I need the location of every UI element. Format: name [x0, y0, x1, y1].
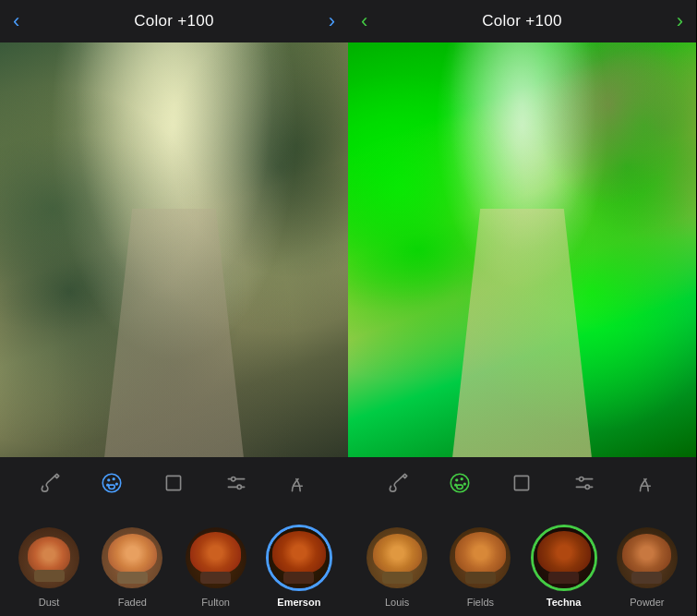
adjust-tool[interactable] [220, 466, 253, 500]
filter-dust[interactable]: Dust [16, 525, 82, 608]
left-forward-arrow[interactable]: › [329, 9, 335, 33]
left-toolbar [0, 457, 348, 509]
left-header: ‹ Color +100 › [0, 0, 348, 42]
right-script-tool[interactable] [630, 466, 663, 500]
filter-label-dust: Dust [39, 597, 60, 608]
svg-point-11 [455, 478, 458, 481]
svg-point-3 [115, 482, 118, 485]
filter-label-fields: Fields [467, 597, 494, 608]
script-tool[interactable] [282, 466, 315, 500]
svg-point-2 [113, 477, 115, 480]
right-filters: Louis Fields Techna Powder [348, 509, 696, 616]
right-header: ‹ Color +100 › [348, 0, 696, 42]
faded-thumbnail [102, 527, 162, 588]
left-panel: ‹ Color +100 › [0, 0, 348, 616]
filter-fulton[interactable]: Fulton [183, 525, 249, 608]
right-palette-tool[interactable] [443, 466, 476, 500]
svg-rect-15 [515, 476, 529, 489]
filter-thumb-louis [364, 525, 430, 591]
filter-thumb-powder [614, 525, 680, 591]
left-header-title: Color +100 [134, 12, 214, 30]
filter-faded[interactable]: Faded [99, 525, 165, 608]
svg-point-12 [461, 477, 463, 480]
svg-rect-5 [167, 476, 181, 489]
right-image [348, 42, 696, 457]
svg-point-8 [231, 477, 234, 481]
right-header-title: Color +100 [482, 12, 562, 30]
emerson-thumbnail [269, 527, 330, 588]
filter-label-fulton: Fulton [201, 597, 230, 608]
filter-label-louis: Louis [385, 597, 409, 608]
powder-thumbnail [617, 527, 678, 588]
filter-thumb-techna [531, 525, 597, 591]
filter-thumb-fulton [183, 525, 249, 591]
filter-thumb-fields [447, 525, 513, 591]
techna-thumbnail [534, 527, 595, 588]
crop-tool[interactable] [157, 466, 190, 500]
svg-point-1 [107, 478, 110, 481]
filter-louis[interactable]: Louis [364, 525, 430, 608]
filter-thumb-faded [99, 525, 165, 591]
left-back-arrow[interactable]: ‹ [13, 9, 19, 33]
filter-emerson[interactable]: Emerson [266, 525, 332, 608]
palette-tool[interactable] [95, 466, 128, 500]
filter-thumb-dust [16, 525, 82, 591]
svg-point-13 [463, 482, 466, 485]
left-image [0, 42, 348, 457]
filter-label-faded: Faded [118, 597, 147, 608]
fulton-thumbnail [186, 527, 246, 588]
filter-label-powder: Powder [630, 597, 664, 608]
right-adjust-tool[interactable] [568, 466, 601, 500]
left-image-area [0, 42, 348, 457]
right-brush-tool[interactable] [381, 466, 415, 500]
right-back-arrow[interactable]: ‹ [361, 9, 367, 33]
right-image-area [348, 42, 696, 457]
filter-thumb-emerson [266, 525, 332, 591]
brush-tool[interactable] [33, 466, 66, 500]
filter-label-techna: Techna [547, 597, 582, 608]
svg-point-19 [585, 485, 589, 489]
right-toolbar [348, 457, 696, 509]
fields-thumbnail [450, 527, 511, 588]
svg-point-18 [579, 477, 583, 481]
right-panel: ‹ Color +100 › [348, 0, 696, 616]
left-filters: Dust Faded Fulton Emerson [0, 509, 348, 616]
louis-thumbnail [367, 527, 427, 588]
svg-point-9 [237, 485, 241, 489]
filter-powder[interactable]: Powder [614, 525, 680, 608]
filter-fields[interactable]: Fields [447, 525, 513, 608]
filter-label-emerson: Emerson [277, 597, 320, 608]
right-crop-tool[interactable] [505, 466, 538, 500]
dust-thumbnail [18, 527, 79, 588]
right-forward-arrow[interactable]: › [677, 9, 683, 33]
filter-techna[interactable]: Techna [531, 525, 597, 608]
